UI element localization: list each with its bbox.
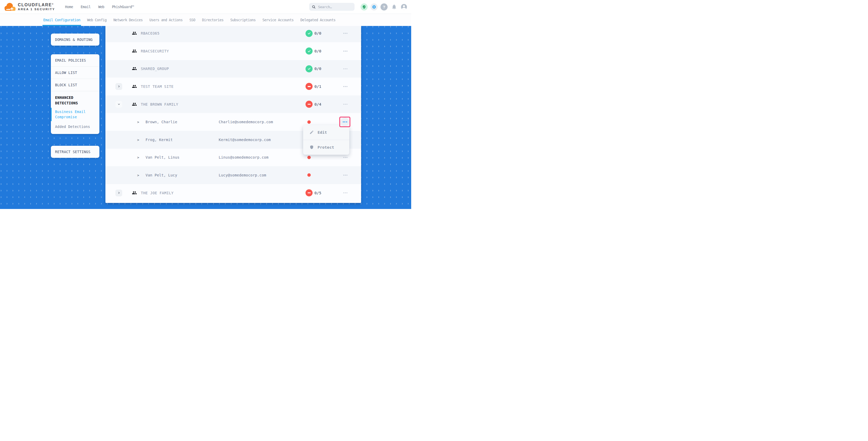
groups-table: RBACO3650/0RBACSECURITY0/0SHARED_GROUP0/… bbox=[105, 26, 361, 203]
sidebar-item-email-policies[interactable]: EMAIL POLICIES bbox=[51, 54, 99, 66]
tab-delegated-accounts[interactable]: Delegated Accounts bbox=[301, 14, 336, 26]
account-icon[interactable] bbox=[400, 3, 407, 10]
status-alert-badge bbox=[306, 189, 313, 196]
sidebar-item-added-detections[interactable]: Added Detections bbox=[51, 122, 99, 134]
menu-item-protect[interactable]: Protect bbox=[303, 140, 349, 155]
status-ok-badge bbox=[306, 48, 313, 55]
brand-subtitle: AREA 1 SECURITY bbox=[18, 8, 55, 11]
member-name: Frog, Kermit bbox=[146, 138, 173, 142]
minus-icon bbox=[308, 104, 311, 105]
top-nav-item-phishguard[interactable]: PhishGuard™ bbox=[112, 5, 134, 9]
pencil-icon bbox=[309, 130, 314, 134]
shield-icon bbox=[309, 145, 314, 150]
status-alert-badge bbox=[306, 101, 313, 108]
sub-nav: Email ConfigurationWeb ConfigNetwork Dev… bbox=[0, 14, 411, 26]
ellipsis-menu-button[interactable] bbox=[340, 83, 351, 90]
app-header: CLOUDFLARE® AREA 1 SECURITY HomeEmailWeb… bbox=[0, 0, 411, 14]
member-name: Van Pelt, Lucy bbox=[146, 173, 177, 177]
ellipsis-menu-button-active[interactable] bbox=[340, 118, 349, 126]
group-name: SHARED_GROUP bbox=[141, 67, 169, 71]
ellipsis-menu-button[interactable] bbox=[340, 154, 351, 161]
tab-email-configuration[interactable]: Email Configuration bbox=[43, 14, 80, 26]
table-row-the-brown-family[interactable]: THE BROWN FAMILY0/4 bbox=[105, 95, 361, 113]
tab-sso[interactable]: SSO bbox=[189, 14, 195, 26]
group-people-icon bbox=[132, 31, 137, 36]
sidebar-item-allow-list[interactable]: ALLOW LIST bbox=[51, 67, 99, 78]
group-name: RBACO365 bbox=[141, 31, 159, 35]
protection-count: 0/0 bbox=[314, 67, 321, 71]
sidebar-item-block-list[interactable]: BLOCK LIST bbox=[51, 79, 99, 91]
group-people-icon bbox=[132, 190, 137, 195]
ellipsis-menu-button[interactable] bbox=[340, 101, 351, 108]
table-row-rbaco365[interactable]: RBACO3650/0 bbox=[105, 26, 361, 42]
collapse-button[interactable] bbox=[115, 101, 122, 108]
table-row-rbacsecurity[interactable]: RBACSECURITY0/0 bbox=[105, 42, 361, 60]
tab-subscriptions[interactable]: Subscriptions bbox=[230, 14, 256, 26]
check-icon bbox=[307, 49, 311, 53]
tab-service-accounts[interactable]: Service Accounts bbox=[262, 14, 294, 26]
context-menu: EditProtect bbox=[303, 125, 349, 155]
top-nav-item-web[interactable]: Web bbox=[98, 5, 104, 9]
tab-directories[interactable]: Directories bbox=[202, 14, 223, 26]
settings-gear-icon[interactable] bbox=[371, 3, 378, 10]
status-alert-badge bbox=[306, 83, 313, 90]
status-ok-badge bbox=[306, 30, 313, 37]
cloudflare-logo: CLOUDFLARE® AREA 1 SECURITY bbox=[4, 2, 55, 12]
status-ok-badge bbox=[306, 65, 313, 72]
group-name: THE BROWN FAMILY bbox=[141, 102, 178, 106]
group-people-icon bbox=[132, 49, 137, 54]
top-nav-item-email[interactable]: Email bbox=[81, 5, 91, 9]
table-row-test-team-site[interactable]: TEST TEAM SITE0/1 bbox=[105, 77, 361, 95]
search-box[interactable]: Search… bbox=[309, 3, 354, 11]
security-shield-check-icon[interactable] bbox=[361, 3, 368, 10]
member-email: Lucy@somedemocorp.com bbox=[219, 173, 266, 177]
expand-button[interactable] bbox=[115, 190, 122, 196]
table-row-shared-group[interactable]: SHARED_GROUP0/0 bbox=[105, 60, 361, 78]
minus-icon bbox=[308, 192, 311, 193]
ellipsis-menu-button[interactable] bbox=[340, 65, 351, 72]
tab-network-devices[interactable]: Network Devices bbox=[113, 14, 143, 26]
table-row-brown-charlie[interactable]: >Brown, CharlieCharlie@somedemocorp.comE… bbox=[105, 113, 361, 131]
top-nav: HomeEmailWebPhishGuard™ bbox=[65, 5, 134, 9]
help-icon[interactable]: ? bbox=[380, 3, 388, 10]
group-people-icon bbox=[132, 66, 137, 71]
sidebar-item-business-email-compromise[interactable]: Business Email Compromise bbox=[51, 107, 99, 122]
minus-icon bbox=[308, 86, 311, 87]
member-name: Brown, Charlie bbox=[146, 120, 177, 124]
menu-item-edit[interactable]: Edit bbox=[303, 125, 349, 140]
active-indicator bbox=[51, 108, 52, 121]
page-background: DOMAINS & ROUTINGEMAIL POLICIESALLOW LIS… bbox=[0, 26, 411, 209]
ellipsis-menu-button[interactable] bbox=[340, 171, 351, 179]
ellipsis-menu-button[interactable] bbox=[340, 189, 351, 197]
sidebar-card-3: RETRACT SETTINGS bbox=[51, 146, 99, 158]
member-email: Kermit@somedemocorp.com bbox=[219, 138, 271, 142]
protection-count: 0/0 bbox=[314, 31, 321, 35]
ellipsis-menu-button[interactable] bbox=[340, 48, 351, 55]
tab-web-config[interactable]: Web Config bbox=[87, 14, 106, 26]
member-email: Linus@somedemocorp.com bbox=[219, 155, 269, 159]
check-icon bbox=[307, 31, 311, 35]
sidebar-card-2: EMAIL POLICIESALLOW LISTBLOCK LISTENHANC… bbox=[51, 54, 99, 134]
member-email: Charlie@somedemocorp.com bbox=[219, 120, 273, 124]
group-people-icon bbox=[132, 102, 137, 107]
tab-users-and-actions[interactable]: Users and Actions bbox=[150, 14, 183, 26]
top-nav-item-home[interactable]: Home bbox=[65, 5, 73, 9]
sidebar-heading-enhanced-detections: ENHANCED DETECTIONS bbox=[51, 91, 99, 107]
ellipsis-menu-button[interactable] bbox=[340, 30, 351, 37]
protection-count: 0/4 bbox=[314, 102, 321, 106]
table-row-the-joe-family[interactable]: THE JOE FAMILY0/5 bbox=[105, 184, 361, 202]
notifications-bell-icon[interactable] bbox=[391, 3, 398, 10]
chevron-right-icon bbox=[118, 85, 120, 88]
group-name: RBACSECURITY bbox=[141, 49, 169, 53]
cloudflare-cloud-icon bbox=[4, 2, 16, 12]
sidebar-item-domains-routing[interactable]: DOMAINS & ROUTING bbox=[51, 34, 99, 45]
status-alert-dot bbox=[307, 120, 311, 124]
chevron-right-icon bbox=[118, 191, 120, 194]
group-people-icon bbox=[132, 84, 137, 89]
brand-name: CLOUDFLARE® bbox=[18, 3, 55, 7]
member-caret-icon: > bbox=[137, 173, 139, 177]
expand-button[interactable] bbox=[115, 83, 122, 90]
sidebar-item-retract-settings[interactable]: RETRACT SETTINGS bbox=[51, 146, 99, 158]
table-row-van-pelt-lucy[interactable]: >Van Pelt, LucyLucy@somedemocorp.com bbox=[105, 166, 361, 184]
protection-count: 0/1 bbox=[314, 85, 321, 89]
